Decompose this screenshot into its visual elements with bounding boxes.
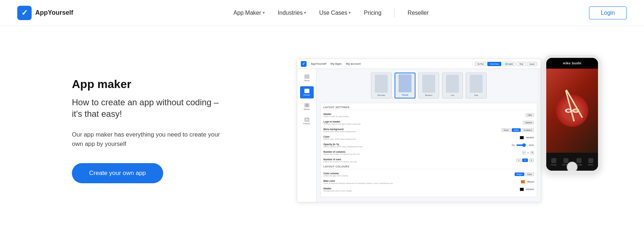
chevron-down-icon: ▾ [263, 10, 265, 15]
svg-rect-1 [304, 89, 309, 93]
hero-title: App maker [72, 78, 230, 91]
color-swatch-black[interactable] [520, 136, 524, 139]
solid-btn[interactable]: Solid [512, 128, 521, 132]
language-btn[interactable]: 🌐 English [502, 62, 516, 66]
settings-row-menu-bg: Menu background Define color of the menu… [323, 127, 534, 133]
phone-nav-icon-2 [564, 158, 569, 163]
theme-visual[interactable]: Visual [395, 73, 415, 98]
sidebar-design-active[interactable]: Design [300, 86, 314, 98]
theme-row: Tab-Nav Visual Modern List [320, 73, 537, 98]
hide-btn[interactable]: Hide [525, 113, 534, 117]
settings-row-header: Header Show or hide the app header Hide [323, 112, 534, 118]
mockup-main-area: Tab-Nav Visual Modern List [317, 69, 541, 202]
svg-rect-0 [304, 74, 309, 79]
sidebar-media[interactable]: Media [300, 101, 314, 113]
hero-text: App maker How to create an app without c… [72, 78, 244, 183]
hero-subtitle: How to create an app without coding – it… [72, 97, 230, 120]
sushi-plate [556, 95, 588, 127]
rows-stepper: 1 2 3 [516, 158, 534, 162]
main-content: App maker How to create an app without c… [0, 26, 644, 235]
settings-row-color: Color Define color of the menu backgroun… [323, 135, 534, 140]
nav-pricing[interactable]: Pricing [364, 8, 381, 18]
sidebar-publish[interactable]: Publish [300, 115, 314, 127]
rows-1[interactable]: 1 [516, 158, 521, 162]
mockup-brand-name: AppYourself [311, 62, 326, 65]
nav-industries[interactable]: Industries ▾ [278, 8, 306, 18]
logo-area[interactable]: ✓ AppYourself [17, 6, 73, 20]
theme-tab-nav[interactable]: Tab-Nav [371, 73, 392, 98]
main-nav: App Maker ▾ Industries ▾ Use Cases ▾ Pri… [233, 8, 429, 18]
help-btn[interactable]: Help [517, 62, 525, 66]
mockup-topbar: ✓ AppYourself My Apps My account No Plan… [297, 59, 541, 69]
phone-nav-item-1[interactable]: Karaage [551, 158, 556, 166]
none-btn[interactable]: None [501, 128, 511, 132]
mockup-body: Setup Design Media Publish [297, 69, 541, 202]
theme-modern[interactable]: Modern [418, 73, 439, 98]
chevron-down-icon: ▾ [304, 10, 306, 15]
brand-name: AppYourself [35, 9, 73, 17]
header-color-swatch[interactable] [520, 188, 524, 191]
phone-nav-icon-1 [551, 158, 556, 163]
theme-list[interactable]: List [442, 73, 463, 98]
layout-colours-label: LAYOUT COLOURS [323, 165, 534, 169]
rows-2[interactable]: 2 [522, 158, 528, 162]
mockup-my-account: My account [346, 62, 361, 65]
settings-row-main-color: Main color Color of several interface el… [323, 179, 534, 185]
phone-nav-icon-4 [588, 158, 593, 163]
upload-btn[interactable]: Upload [523, 121, 534, 124]
settings-row-header-color: Header Background color of your header. … [323, 186, 534, 192]
order-now-btn[interactable]: Order Now [487, 62, 501, 66]
rows-3[interactable]: 3 [529, 158, 534, 162]
gradient-btn[interactable]: Gradient [521, 128, 534, 132]
screenshot-section: ✓ AppYourself My Apps My account No Plan… [244, 51, 594, 209]
phone-nav-item-4[interactable]: Delivery [588, 158, 593, 166]
header: ✓ AppYourself App Maker ▾ Industries ▾ U… [0, 0, 644, 26]
columns-stepper: − 1 + [522, 151, 534, 155]
mockup-sidebar: Setup Design Media Publish [297, 69, 317, 202]
dark-btn[interactable]: Dark [525, 172, 534, 176]
settings-row-opacity: Opacity (in %) Define opacity of the men… [323, 142, 534, 148]
phone-restaurant-name: Aiko Sushi [546, 58, 598, 69]
login-button[interactable]: Login [589, 6, 627, 19]
ui-mockup: ✓ AppYourself My Apps My account No Plan… [297, 59, 541, 202]
columns-increment[interactable]: + [530, 151, 534, 155]
settings-row-rows: Number of rows Define the number of rows… [323, 157, 534, 163]
no-plan-btn[interactable]: No Plan [475, 62, 487, 66]
bright-btn[interactable]: Bright [515, 172, 525, 176]
svg-rect-4 [304, 117, 309, 122]
svg-point-6 [567, 110, 570, 112]
mockup-brand-icon: ✓ [301, 61, 307, 67]
phone-home-button[interactable] [567, 162, 578, 172]
settings-panel: LAYOUT SETTINGS Header Show or hide the … [320, 103, 537, 197]
menu-bg-toggle: None Solid Gradient [501, 128, 534, 132]
nav-divider [394, 9, 395, 17]
hero-body: Our app maker has everything you need to… [72, 130, 230, 149]
settings-row-columns: Number of columns Define the number of c… [323, 150, 534, 156]
nav-reseller[interactable]: Reseller [408, 8, 429, 18]
phone-nav-icon-3 [576, 158, 581, 163]
main-color-swatch[interactable] [521, 180, 525, 184]
svg-point-3 [306, 104, 308, 106]
opacity-slider-handle[interactable] [522, 143, 526, 147]
layout-settings-label: LAYOUT SETTINGS [323, 106, 534, 110]
nav-use-cases[interactable]: Use Cases ▾ [319, 8, 351, 18]
color-scheme-toggle: Bright Dark [515, 172, 534, 176]
brand-icon: ✓ [17, 6, 32, 20]
logout-btn[interactable]: Logout [527, 62, 537, 66]
columns-decrement[interactable]: − [522, 151, 526, 155]
chevron-down-icon: ▾ [349, 10, 351, 15]
settings-row-logo: Logo in header Add your logo to the app … [323, 120, 534, 125]
sidebar-design[interactable]: Setup [300, 72, 314, 84]
nav-app-maker[interactable]: App Maker ▾ [233, 8, 264, 18]
theme-star[interactable]: Star [466, 73, 487, 98]
settings-row-scheme: Color scheme Select the app color scheme… [323, 171, 534, 177]
mockup-my-apps: My Apps [331, 62, 342, 65]
cta-button[interactable]: Create your own app [72, 163, 163, 183]
phone-mockup: Aiko Sushi [543, 55, 601, 174]
phone-screen: Aiko Sushi [546, 58, 598, 171]
phone-image [546, 69, 598, 153]
